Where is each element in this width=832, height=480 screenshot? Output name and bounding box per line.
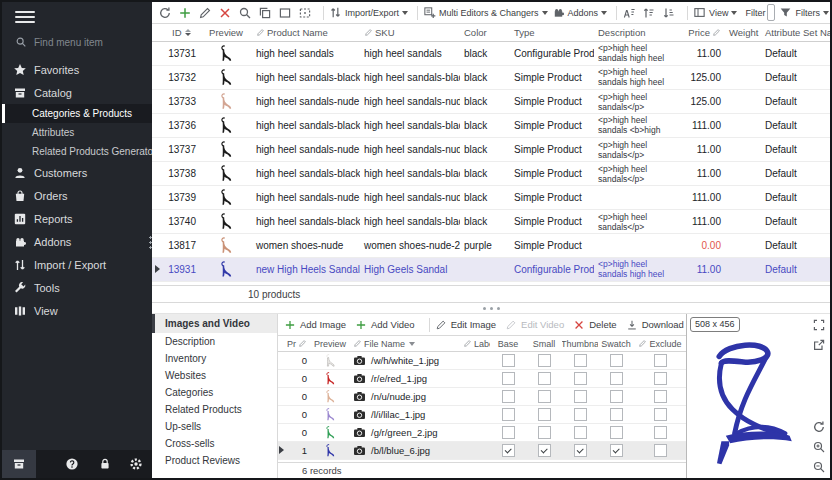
settings-button[interactable] bbox=[126, 450, 146, 478]
small-checkbox[interactable] bbox=[538, 426, 551, 439]
image-row[interactable]: 0/w/h/white_1.jpg bbox=[278, 352, 686, 370]
sidebar-item-favorites[interactable]: Favorites bbox=[2, 58, 152, 81]
product-row[interactable]: 13736high heel sandals-black-36high heel… bbox=[152, 114, 830, 138]
column-header-position[interactable]: Pr bbox=[286, 339, 310, 349]
small-checkbox[interactable] bbox=[538, 372, 551, 385]
column-header-price[interactable]: Price bbox=[680, 27, 725, 38]
sort-descending-button[interactable] bbox=[662, 6, 676, 20]
thumbnail-checkbox[interactable] bbox=[574, 408, 587, 421]
product-row[interactable]: 13733high heel sandals-nudehigh heel san… bbox=[152, 90, 830, 114]
thumbnail-checkbox[interactable] bbox=[574, 426, 587, 439]
thumbnail-checkbox[interactable] bbox=[574, 354, 587, 367]
thumbnail-checkbox[interactable] bbox=[574, 444, 587, 457]
product-row[interactable]: 13931new High Heels SandalsHigh Geels Sa… bbox=[152, 258, 830, 282]
sidebar-item-tools[interactable]: Tools bbox=[2, 276, 152, 299]
sidebar-item-customers[interactable]: Customers bbox=[2, 161, 152, 184]
exclude-checkbox[interactable] bbox=[654, 372, 667, 385]
sidebar-item-addons[interactable]: Addons bbox=[2, 230, 152, 253]
store-button[interactable] bbox=[2, 450, 36, 478]
vertical-splitter[interactable] bbox=[148, 235, 154, 251]
column-header-weight[interactable]: Weight bbox=[725, 27, 761, 38]
hamburger-menu-icon[interactable] bbox=[15, 11, 35, 25]
horizontal-splitter[interactable] bbox=[152, 303, 830, 313]
image-row[interactable]: 1/b/l/blue_6.jpg bbox=[278, 442, 686, 460]
add-image-button[interactable]: Add Image bbox=[284, 319, 346, 331]
detail-tab-up-sells[interactable]: Up-sells bbox=[152, 418, 277, 435]
column-header-type[interactable]: Type bbox=[510, 27, 594, 38]
column-header-label[interactable]: Label bbox=[460, 339, 490, 349]
detail-tab-categories[interactable]: Categories bbox=[152, 384, 277, 401]
image-row[interactable]: 0/r/e/red_1.jpg bbox=[278, 370, 686, 388]
sort-ascending-button[interactable] bbox=[642, 6, 656, 20]
product-row[interactable]: 13740high heel sandals-black-38high heel… bbox=[152, 210, 830, 234]
column-header-color[interactable]: Color bbox=[460, 27, 510, 38]
detail-tab-websites[interactable]: Websites bbox=[152, 367, 277, 384]
detail-tab-inventory[interactable]: Inventory bbox=[152, 350, 277, 367]
detail-tab-cross-sells[interactable]: Cross-sells bbox=[152, 435, 277, 452]
column-header-description[interactable]: Description bbox=[594, 27, 680, 38]
thumbnail-checkbox[interactable] bbox=[574, 372, 587, 385]
paste-button[interactable] bbox=[278, 6, 292, 20]
filters-menu[interactable]: Filters bbox=[779, 6, 829, 19]
sidebar-item-categories-products[interactable]: Categories & Products bbox=[2, 104, 152, 123]
exclude-checkbox[interactable] bbox=[654, 426, 667, 439]
addons-menu[interactable]: Addons bbox=[552, 6, 608, 19]
column-header-file-name[interactable]: File Name bbox=[350, 339, 460, 349]
lock-button[interactable] bbox=[95, 450, 115, 478]
small-checkbox[interactable] bbox=[538, 444, 551, 457]
add-product-button[interactable] bbox=[178, 6, 192, 20]
image-row[interactable]: 0/l/i/lilac_1.jpg bbox=[278, 406, 686, 424]
column-header-preview[interactable]: Preview bbox=[310, 339, 350, 349]
edit-image-button[interactable]: Edit Image bbox=[435, 319, 496, 331]
view-menu[interactable]: View bbox=[693, 6, 737, 19]
sort-alpha-button[interactable] bbox=[622, 6, 636, 20]
product-row[interactable]: 13732high heel sandals-blackhigh heel sa… bbox=[152, 66, 830, 90]
column-header-thumbnail[interactable]: Thumbna bbox=[562, 339, 598, 349]
sidebar-item-view[interactable]: View bbox=[2, 299, 152, 322]
help-button[interactable] bbox=[62, 450, 82, 478]
small-checkbox[interactable] bbox=[538, 354, 551, 367]
edit-product-button[interactable] bbox=[198, 6, 212, 20]
sidebar-item-related-products-generator[interactable]: Related Products Generator bbox=[2, 142, 152, 161]
small-checkbox[interactable] bbox=[538, 408, 551, 421]
sidebar-item-catalog[interactable]: Catalog bbox=[2, 81, 152, 104]
exclude-checkbox[interactable] bbox=[654, 354, 667, 367]
column-header-id[interactable]: ID bbox=[164, 27, 200, 38]
base-checkbox[interactable] bbox=[502, 444, 515, 457]
sidebar-item-import-export[interactable]: Import / Export bbox=[2, 253, 152, 276]
detail-tab-related-products[interactable]: Related Products bbox=[152, 401, 277, 418]
add-video-button[interactable]: Add Video bbox=[355, 319, 415, 331]
product-row[interactable]: 13817women shoes-nudewomen shoes-nude-2p… bbox=[152, 234, 830, 258]
column-header-product-name[interactable]: Product Name bbox=[252, 27, 360, 38]
small-checkbox[interactable] bbox=[538, 390, 551, 403]
refresh-button[interactable] bbox=[158, 6, 172, 20]
select-cells-button[interactable] bbox=[298, 6, 312, 20]
swatch-checkbox[interactable] bbox=[610, 444, 623, 457]
column-header-base[interactable]: Base bbox=[490, 339, 526, 349]
sidebar-item-reports[interactable]: Reports bbox=[2, 207, 152, 230]
sidebar-search-input[interactable]: Find menu item bbox=[2, 30, 152, 54]
multi-editors-menu[interactable]: Multi Editors & Changers bbox=[423, 6, 548, 19]
delete-button[interactable]: Delete bbox=[573, 319, 616, 331]
exclude-checkbox[interactable] bbox=[654, 444, 667, 457]
thumbnail-checkbox[interactable] bbox=[574, 390, 587, 403]
exclude-checkbox[interactable] bbox=[654, 408, 667, 421]
column-header-preview[interactable]: Preview bbox=[200, 27, 252, 38]
import-export-menu[interactable]: Import/Export bbox=[329, 6, 408, 19]
image-row[interactable]: 0/g/r/green_2.jpg bbox=[278, 424, 686, 442]
column-header-sku[interactable]: SKU bbox=[360, 27, 460, 38]
exclude-checkbox[interactable] bbox=[654, 390, 667, 403]
column-header-attribute-set[interactable]: Attribute Set Name bbox=[761, 27, 830, 38]
base-checkbox[interactable] bbox=[502, 372, 515, 385]
category-filter-select[interactable]: Show products from selected categories bbox=[767, 4, 775, 21]
product-row[interactable]: 13737high heel sandals-nude-36high heel … bbox=[152, 138, 830, 162]
column-header-swatch[interactable]: Swatch bbox=[598, 339, 634, 349]
sidebar-item-attributes[interactable]: Attributes bbox=[2, 123, 152, 142]
zoom-out-icon[interactable] bbox=[812, 460, 826, 474]
detail-tab-description[interactable]: Description bbox=[152, 333, 277, 350]
fullscreen-icon[interactable] bbox=[812, 318, 826, 332]
base-checkbox[interactable] bbox=[502, 426, 515, 439]
swatch-checkbox[interactable] bbox=[610, 390, 623, 403]
detail-tab-product-reviews[interactable]: Product Reviews bbox=[152, 452, 277, 469]
rotate-icon[interactable] bbox=[812, 420, 826, 434]
